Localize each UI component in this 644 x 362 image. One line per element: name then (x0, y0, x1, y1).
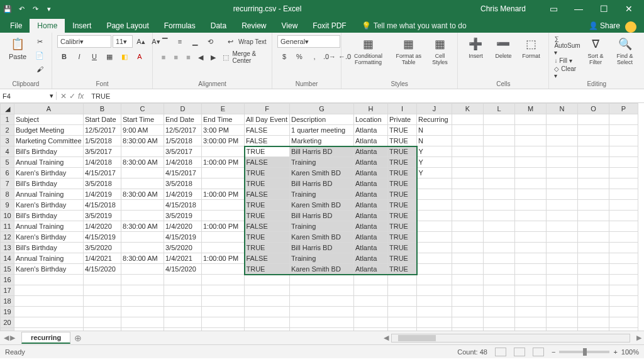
cell-A18[interactable] (14, 296, 84, 307)
col-header-B[interactable]: B (84, 104, 121, 114)
cell-F19[interactable] (245, 307, 290, 317)
cell-A16[interactable] (14, 275, 84, 285)
cell-K1[interactable] (452, 114, 484, 125)
align-top-icon[interactable]: ▔ (158, 35, 172, 48)
cell-P17[interactable] (609, 285, 638, 296)
cell-N17[interactable] (547, 285, 578, 296)
cell-D18[interactable] (164, 296, 202, 307)
row-header-19[interactable]: 19 (1, 307, 14, 317)
row-header-4[interactable]: 4 (1, 146, 14, 157)
cell-J11[interactable] (417, 221, 452, 232)
hscroll-right-icon[interactable]: ▶ (634, 334, 644, 342)
cut-icon[interactable]: ✂ (33, 35, 47, 48)
cell-D6[interactable]: 4/15/2017 (164, 168, 202, 178)
cell-O14[interactable] (578, 253, 609, 264)
cell-J19[interactable] (417, 307, 452, 317)
cell-C6[interactable] (121, 168, 164, 178)
cell-F10[interactable]: TRUE (245, 211, 290, 221)
row-header-1[interactable]: 1 (1, 114, 14, 125)
cell-H15[interactable]: Atlanta (354, 264, 388, 275)
cell-A5[interactable]: Annual Training (14, 157, 84, 168)
cell-K4[interactable] (452, 146, 484, 157)
cell-P13[interactable] (609, 243, 638, 253)
cell-A13[interactable]: Bill's Birthday (14, 243, 84, 253)
cell-N20[interactable] (547, 317, 578, 328)
col-header-I[interactable]: I (388, 104, 417, 114)
cell-I11[interactable]: TRUE (388, 221, 417, 232)
cell-N4[interactable] (547, 146, 578, 157)
cell-K19[interactable] (452, 307, 484, 317)
cell-B19[interactable] (84, 307, 121, 317)
cell-N1[interactable] (547, 114, 578, 125)
cancel-formula-icon[interactable]: ✕ (60, 92, 67, 101)
cell-E20[interactable] (202, 317, 245, 328)
cell-C11[interactable]: 8:30:00 AM (121, 221, 164, 232)
cell-P15[interactable] (609, 264, 638, 275)
cell-B5[interactable]: 1/4/2018 (84, 157, 121, 168)
formula-input[interactable]: TRUE (87, 92, 644, 100)
tab-data[interactable]: Data (203, 19, 234, 33)
cell-C3[interactable]: 8:30:00 AM (121, 136, 164, 146)
cell-A17[interactable] (14, 285, 84, 296)
cell-B3[interactable]: 1/5/2018 (84, 136, 121, 146)
close-icon[interactable]: ✕ (616, 4, 641, 14)
copy-icon[interactable]: 📄 (33, 49, 47, 62)
fx-icon[interactable]: fx (78, 92, 84, 101)
maximize-icon[interactable]: ☐ (591, 4, 616, 14)
cell-G17[interactable] (290, 285, 354, 296)
cell-C14[interactable]: 8:30:00 AM (121, 253, 164, 264)
cell-P9[interactable] (609, 200, 638, 211)
cell-P12[interactable] (609, 232, 638, 243)
cell-L16[interactable] (484, 275, 515, 285)
zoom-slider[interactable] (559, 351, 609, 353)
cell-D13[interactable]: 3/5/2020 (164, 243, 202, 253)
row-header-12[interactable]: 12 (1, 232, 14, 243)
cell-F12[interactable]: TRUE (245, 232, 290, 243)
cell-F18[interactable] (245, 296, 290, 307)
cell-H9[interactable]: Atlanta (354, 200, 388, 211)
col-header-G[interactable]: G (290, 104, 354, 114)
cell-P8[interactable] (609, 189, 638, 200)
cell-H8[interactable]: Atlanta (354, 189, 388, 200)
cell-O21[interactable] (578, 328, 609, 331)
cell-O8[interactable] (578, 189, 609, 200)
cell-N12[interactable] (547, 232, 578, 243)
align-right-icon[interactable]: ≡ (182, 51, 194, 63)
cell-G2[interactable]: 1 quarter meeting (290, 125, 354, 136)
cell-M5[interactable] (515, 157, 547, 168)
cell-P2[interactable] (609, 125, 638, 136)
worksheet-grid[interactable]: ◢ABCDEFGHIJKLMNOP1SubjectStart DateStart… (0, 103, 644, 331)
cell-C21[interactable] (121, 328, 164, 331)
cell-C2[interactable]: 9:00 AM (121, 125, 164, 136)
cell-L8[interactable] (484, 189, 515, 200)
cell-E5[interactable]: 1:00:00 PM (202, 157, 245, 168)
cell-E13[interactable] (202, 243, 245, 253)
currency-icon[interactable]: $ (277, 50, 291, 63)
cell-B15[interactable]: 4/15/2020 (84, 264, 121, 275)
cell-L4[interactable] (484, 146, 515, 157)
cell-I1[interactable]: Private (388, 114, 417, 125)
share-button[interactable]: 👤 Share (589, 21, 620, 33)
cell-L1[interactable] (484, 114, 515, 125)
row-header-20[interactable]: 20 (1, 317, 14, 328)
cell-E9[interactable] (202, 200, 245, 211)
cell-D19[interactable] (164, 307, 202, 317)
cell-C5[interactable]: 8:30:00 AM (121, 157, 164, 168)
cell-J6[interactable]: Y (417, 168, 452, 178)
align-center-icon[interactable]: ≡ (170, 51, 182, 63)
hscroll-left-icon[interactable]: ◀ (381, 334, 391, 342)
cell-P3[interactable] (609, 136, 638, 146)
col-header-M[interactable]: M (515, 104, 547, 114)
cell-N7[interactable] (547, 178, 578, 189)
cell-K15[interactable] (452, 264, 484, 275)
cell-F8[interactable]: FALSE (245, 189, 290, 200)
cell-L14[interactable] (484, 253, 515, 264)
cell-L11[interactable] (484, 221, 515, 232)
cell-M15[interactable] (515, 264, 547, 275)
cell-A7[interactable]: Bill's Birthday (14, 178, 84, 189)
cell-K13[interactable] (452, 243, 484, 253)
cell-M6[interactable] (515, 168, 547, 178)
cell-O17[interactable] (578, 285, 609, 296)
cell-O2[interactable] (578, 125, 609, 136)
cell-J10[interactable] (417, 211, 452, 221)
